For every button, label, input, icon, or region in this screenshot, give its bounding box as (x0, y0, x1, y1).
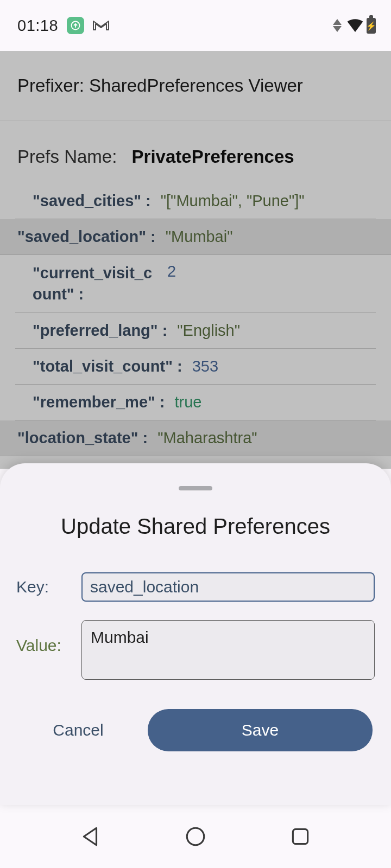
sheet-title: Update Shared Preferences (16, 514, 375, 539)
value-label: Value: (16, 620, 67, 655)
save-button[interactable]: Save (148, 709, 373, 751)
update-prefs-sheet: Update Shared Preferences Key: Value: Ca… (0, 463, 391, 805)
pref-key: "remember_me" : (33, 393, 165, 411)
upload-notif-icon (67, 17, 84, 34)
back-button[interactable] (79, 825, 102, 848)
wifi-icon (347, 19, 363, 32)
system-nav-bar (0, 805, 391, 868)
pref-row[interactable]: "current_visit_count" : 2 (15, 255, 376, 313)
app-header: Prefixer: SharedPreferences Viewer (0, 51, 391, 120)
home-button[interactable] (184, 825, 207, 848)
recents-button[interactable] (289, 825, 312, 848)
svg-point-1 (187, 828, 204, 845)
status-bar: 01:18 ⚡ (0, 0, 391, 51)
pref-key: "saved_location" : (17, 228, 156, 246)
key-input[interactable] (81, 572, 375, 602)
pref-value: true (175, 393, 202, 411)
pref-key: "total_visit_count" : (33, 358, 182, 375)
status-time: 01:18 (17, 17, 58, 35)
svg-rect-2 (293, 829, 308, 844)
data-updown-icon (333, 19, 342, 32)
pref-key: "saved_cities" : (33, 192, 151, 210)
prefs-label: Prefs Name: (17, 146, 117, 167)
battery-charging-icon: ⚡ (367, 18, 376, 34)
gmail-icon (93, 20, 109, 31)
pref-key: "current_visit_count" : (33, 263, 157, 305)
pref-value: "Maharashtra" (157, 429, 257, 447)
pref-row[interactable]: "saved_cities" : "["Mumbai", "Pune"]" (15, 183, 376, 219)
prefs-name-row: Prefs Name: PrivatePreferences (0, 120, 391, 183)
prefs-value: PrivatePreferences (132, 146, 294, 167)
pref-row[interactable]: "remember_me" : true (15, 385, 376, 420)
app-title: Prefixer: SharedPreferences Viewer (17, 75, 303, 96)
key-label: Key: (16, 578, 67, 596)
pref-key: "location_state" : (17, 429, 148, 447)
pref-row[interactable]: "preferred_lang" : "English" (15, 313, 376, 349)
pref-value: "["Mumbai", "Pune"]" (161, 192, 305, 210)
pref-value: "English" (177, 322, 240, 340)
pref-row-selected[interactable]: "saved_location" : "Mumbai" (0, 219, 391, 255)
sheet-drag-handle[interactable] (179, 486, 212, 490)
cancel-button[interactable]: Cancel (18, 709, 138, 751)
pref-value: 2 (167, 263, 176, 280)
pref-key: "preferred_lang" : (33, 322, 167, 340)
pref-value: 353 (192, 358, 218, 375)
value-input[interactable] (81, 620, 375, 680)
background-scrim: Prefixer: SharedPreferences Viewer Prefs… (0, 51, 391, 469)
pref-value: "Mumbai" (166, 228, 233, 246)
pref-row[interactable]: "total_visit_count" : 353 (15, 349, 376, 385)
pref-row[interactable]: "location_state" : "Maharashtra" (0, 420, 391, 456)
